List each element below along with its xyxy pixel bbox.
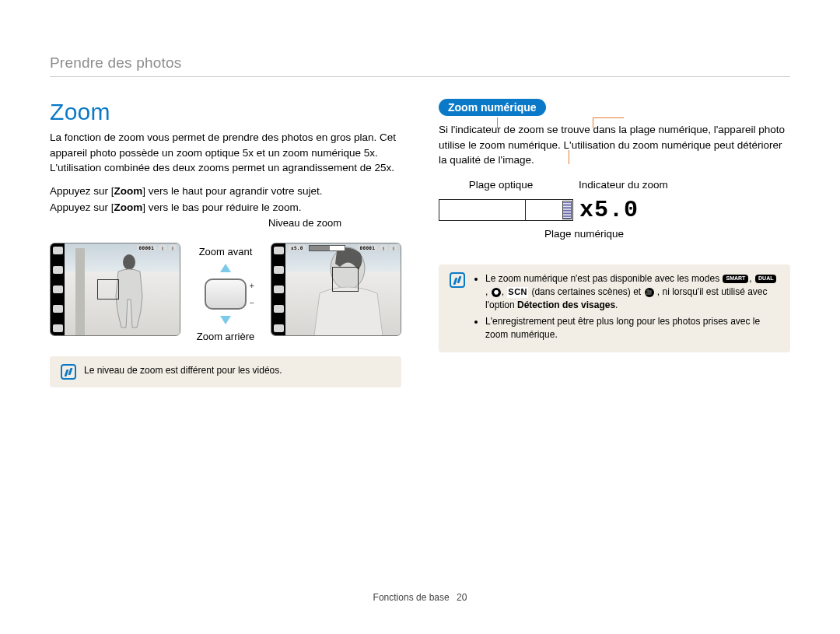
zoom-level-label: Niveau de zoom <box>258 217 352 229</box>
arrow-up-icon <box>220 264 231 272</box>
zoom-range-diagram: Plage optique Indicateur du zoom x5.0 Pl… <box>439 179 790 240</box>
text: ] vers le bas pour réduire le zoom. <box>142 201 301 213</box>
label-indicateur-zoom: Indicateur du zoom <box>579 179 668 191</box>
optical-range-segment <box>439 200 526 220</box>
zoom-value-readout: x5.0 <box>579 197 639 223</box>
svg-point-0 <box>123 254 135 270</box>
note-video-zoom: Le niveau de zoom est différent pour les… <box>50 356 401 387</box>
zoom-out-label: Zoom arrière <box>197 331 254 342</box>
zoom-range-bar <box>439 199 573 221</box>
note-icon <box>61 364 76 380</box>
instruction-zoom-in: Appuyez sur [Zoom] vers le haut pour agr… <box>50 184 401 199</box>
movie-mode-icon: 🎥 <box>645 288 654 297</box>
right-column: Zoom numérique Si l'indicateur de zoom s… <box>439 99 790 387</box>
page-number: 20 <box>457 592 467 603</box>
zoom-in-label: Zoom avant <box>199 246 253 257</box>
scn-mode-icon: SCN <box>507 287 528 297</box>
intro-paragraph: La fonction de zoom vous permet de prend… <box>50 130 401 176</box>
left-column: Zoom La fonction de zoom vous permet de … <box>50 99 401 387</box>
zoom-control-illustration: Zoom avant Zoom arrière <box>188 243 263 342</box>
lcd-preview-wide: 00001 ▯▯ <box>50 243 180 336</box>
label-plage-optique: Plage optique <box>454 179 548 191</box>
lcd-counter: 00001 <box>358 245 378 250</box>
lcd-preview-zoomed: x5.0 00001 ▯▯ <box>271 243 401 336</box>
note-digital-zoom-restrictions: Le zoom numérique n'est pas disponible a… <box>439 264 790 352</box>
instruction-zoom-out: Appuyez sur [Zoom] vers le bas pour rédu… <box>50 200 401 215</box>
text: Le zoom numérique n'est pas disponible a… <box>485 273 722 284</box>
zoom-button-name: Zoom <box>114 185 143 197</box>
digital-range-segment <box>526 200 572 220</box>
digital-zoom-paragraph: Si l'indicateur de zoom se trouve dans l… <box>439 122 790 168</box>
text: ] vers le haut pour agrandir votre sujet… <box>142 185 322 197</box>
text: Appuyez sur [ <box>50 185 114 197</box>
note-icon <box>450 272 465 288</box>
zoom-button-name: Zoom <box>114 201 143 213</box>
footer-section: Fonctions de base <box>373 592 450 603</box>
lcd-zoom-value: x5.0 <box>289 245 306 250</box>
zoom-diagram: 00001 ▯▯ Zoom avant Zoom arrière <box>50 243 401 342</box>
zoom-rocker-icon <box>205 278 247 310</box>
zoom-indicator-icon <box>563 201 571 219</box>
label-plage-numerique: Plage numérique <box>544 228 624 240</box>
note-text: Le niveau de zoom est différent pour les… <box>84 364 282 377</box>
note-item: L'enregistrement peut être plus long pou… <box>485 315 779 342</box>
section-title: Zoom <box>50 99 401 125</box>
dual-mode-icon: DUAL <box>755 275 776 282</box>
text: (dans certaines scènes) et <box>531 286 643 297</box>
smart-mode-icon: SMART <box>723 275 748 282</box>
digital-zoom-badge: Zoom numérique <box>439 99 546 116</box>
face-detection-option: Détection des visages <box>517 299 615 310</box>
breadcrumb: Prendre des photos <box>50 54 790 77</box>
text: Appuyez sur [ <box>50 201 114 213</box>
mode-icon: ⬣ <box>492 288 501 297</box>
arrow-down-icon <box>220 316 231 324</box>
page-footer: Fonctions de base 20 <box>0 592 840 603</box>
lcd-counter: 00001 <box>137 245 157 250</box>
note-item: Le zoom numérique n'est pas disponible a… <box>485 272 779 313</box>
text: . <box>615 299 618 310</box>
